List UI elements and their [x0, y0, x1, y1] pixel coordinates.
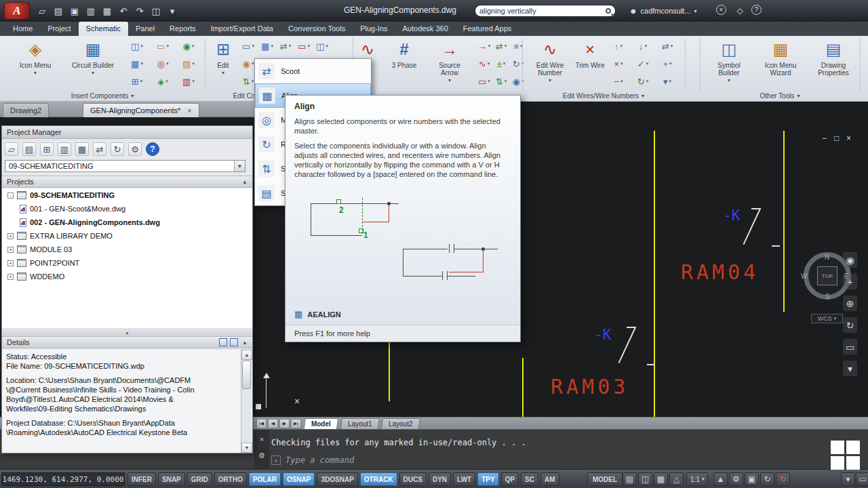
ribbon-tab-reports[interactable]: Reports [162, 22, 203, 36]
tree-item-extra-library-demo[interactable]: +EXTRA LIBRARY DEMO [2, 229, 252, 243]
details-section-header[interactable]: Details ▲ [2, 336, 252, 348]
toggle-osnap[interactable]: OSNAP [283, 472, 315, 486]
layout-tab-model[interactable]: Model [304, 418, 338, 429]
layout-tab-layout2[interactable]: Layout2 [381, 418, 420, 429]
details-window-button[interactable] [230, 338, 238, 346]
component-label[interactable]: RAM03 [551, 375, 629, 399]
ribbon-mini-button[interactable]: ◉▾ [507, 73, 529, 89]
ribbon-mini-button[interactable]: ◈▾ [152, 73, 174, 89]
expander-icon[interactable]: + [7, 274, 14, 280]
plot-icon[interactable]: ▦ [75, 142, 89, 156]
viewcube-west[interactable]: W [801, 272, 807, 280]
toggle-lwt[interactable]: LWT [453, 472, 475, 486]
ribbon-mini-button[interactable]: ✓▾ [632, 56, 654, 72]
settings-icon[interactable]: ⚙ [128, 142, 142, 156]
viewcube-south[interactable]: S [825, 293, 830, 300]
command-input[interactable]: › Type a command [271, 454, 814, 466]
ribbon-tab-conversion-tools[interactable]: Conversion Tools [281, 22, 353, 36]
wire-segment[interactable] [522, 358, 524, 417]
ribbon-tab-home[interactable]: Home [5, 22, 40, 36]
toggle-tpy[interactable]: TPY [477, 472, 498, 486]
copy-icon[interactable]: ▥ [58, 142, 71, 156]
ribbon-mini-button[interactable]: ↑▾ [608, 38, 629, 54]
toggle-am[interactable]: AM [540, 472, 559, 486]
new-project-icon[interactable]: ▱ [5, 142, 18, 156]
icon-menu-button[interactable]: ◈ Icon Menu ▾ [15, 39, 56, 76]
new-icon[interactable]: ▱ [35, 4, 49, 18]
ribbon-mini-button[interactable]: ×▾ [608, 56, 629, 72]
ribbon-mini-button[interactable]: ▤▾ [178, 56, 199, 72]
trim-wire-button[interactable]: × Trim Wire [575, 39, 605, 69]
ribbon-mini-button[interactable]: ▭▾ [152, 38, 174, 54]
panel-label-other-tools[interactable]: Other Tools▾ [700, 90, 860, 101]
orbit-icon[interactable]: ↻ [843, 317, 857, 333]
model-space-button[interactable]: MODEL [587, 472, 623, 486]
toggle-3dosnap[interactable]: 3DOSNAP [317, 472, 357, 486]
toolbar-lock-icon[interactable]: ▣ [745, 472, 759, 486]
component-tag[interactable]: -K [594, 327, 611, 343]
toggle-snap[interactable]: SNAP [158, 472, 185, 486]
active-project-dropdown[interactable]: 09-SCHEMATICEDITING ▼ [5, 160, 245, 172]
component-label[interactable]: RAM04 [681, 260, 759, 284]
restore-icon[interactable]: □ [831, 133, 842, 143]
next-tab-icon[interactable]: ▶ [279, 419, 290, 428]
scrollbar-thumb[interactable] [242, 361, 251, 389]
toggle-ducs[interactable]: DUCS [399, 472, 427, 486]
minimize-icon[interactable]: − [818, 133, 830, 143]
scroll-down-icon[interactable]: ▼ [241, 443, 252, 453]
details-window-button[interactable] [219, 338, 227, 346]
quick-view-layouts-icon[interactable]: ▦ [654, 472, 668, 486]
refresh-icon[interactable]: ↻ [111, 142, 124, 156]
navbar-menu-icon[interactable]: ▾ [843, 361, 857, 376]
layout-tab-layout1[interactable]: Layout1 [340, 418, 380, 429]
performance-icon[interactable]: ↻ [760, 472, 774, 486]
source-arrow-button[interactable]: → Source Arrow ▾ [430, 39, 469, 83]
plot-icon[interactable]: ▦ [100, 4, 114, 18]
wcs-button[interactable]: WCS▾ [811, 314, 843, 323]
ribbon-mini-button[interactable]: ↻▾ [632, 73, 654, 89]
three-phase-button[interactable]: # 3 Phase [387, 39, 422, 69]
panel-label-edit-wires[interactable]: Edit Wires/Wire Numbers▾ [522, 90, 685, 101]
collapse-icon[interactable]: ▲ [242, 179, 248, 185]
tree-item-wddemo[interactable]: +WDDEMO [2, 270, 252, 283]
switch-symbol[interactable] [618, 327, 636, 363]
customize-icon[interactable]: ⚙ [258, 451, 265, 460]
details-scrollbar[interactable]: ▲ ▼ [241, 350, 252, 453]
showmotion-icon[interactable]: ▭ [843, 339, 857, 354]
toggle-otrack[interactable]: OTRACK [360, 472, 397, 486]
open-project-icon[interactable]: ▤ [22, 142, 36, 156]
collapse-icon[interactable]: ▲ [242, 340, 248, 346]
workspace-switching-icon[interactable]: ⚙ [729, 472, 743, 486]
help-icon[interactable]: ? [751, 5, 762, 15]
coordinates-display[interactable]: 1469.1230, 614.2977, 0.0000 [1, 472, 125, 486]
panel-label-insert-components[interactable]: Insert Components▾ [0, 90, 205, 101]
expander-icon[interactable]: + [7, 260, 14, 266]
ribbon-mini-button[interactable]: +▾ [656, 56, 678, 72]
tree-item-002-gen-aligningcomponents-dwg[interactable]: 002 - GEN-AligningComponents.dwg [2, 216, 252, 229]
edit-wire-number-button[interactable]: ∿ Edit Wire Number ▾ [529, 39, 571, 83]
wire-segment[interactable] [654, 131, 655, 417]
status-menu-icon[interactable]: ▾ [841, 472, 855, 486]
switch-symbol[interactable] [647, 364, 655, 365]
tree-item-09-schematicediting[interactable]: -09-SCHEMATICEDITING [2, 188, 252, 202]
zoom-icon[interactable]: ⊕ [843, 296, 857, 311]
keyframe-icon[interactable]: ◇ [734, 5, 746, 17]
ribbon-tab-project[interactable]: Project [40, 22, 78, 36]
paper-model-icon[interactable]: ▤ [623, 472, 637, 486]
navigation-wheel-icon[interactable]: ◉ [843, 252, 857, 268]
project-manager-title[interactable]: Project Manager [2, 126, 252, 139]
ribbon-mini-button[interactable]: ≡▾ [507, 38, 529, 54]
qat-menu-icon[interactable]: ▾ [165, 4, 179, 18]
help-search-input[interactable]: aligning vertically [475, 5, 616, 17]
icon-menu-wizard-button[interactable]: ▦ Icon Menu Wizard [757, 39, 804, 77]
open-icon[interactable]: ▤ [52, 4, 65, 18]
ribbon-mini-button[interactable]: ⊞▾ [126, 73, 148, 89]
close-icon[interactable]: × [843, 133, 854, 143]
menu-item-scoot[interactable]: ⇄Scoot [255, 59, 371, 83]
close-icon[interactable]: × [260, 435, 264, 443]
exchange-apps-icon[interactable]: × [716, 5, 726, 15]
wire-segment[interactable] [783, 131, 785, 312]
undo-icon[interactable]: ↶ [117, 4, 130, 18]
drawing-properties-button[interactable]: ▤ Drawing Properties [811, 39, 856, 77]
edit-button[interactable]: ⊞ Edit ▾ [209, 39, 237, 76]
